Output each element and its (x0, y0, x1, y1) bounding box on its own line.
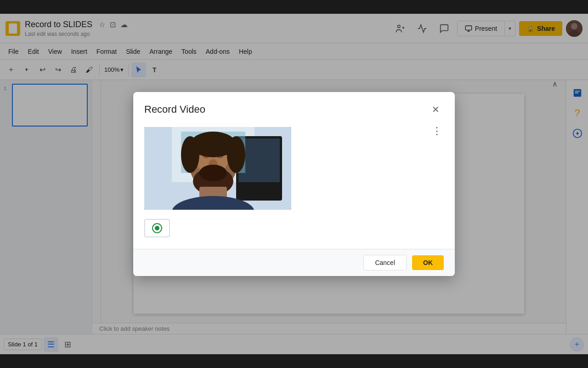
record-button[interactable] (144, 219, 170, 237)
app-window: Record to SLIDES ☆ ⊡ ☁ Last edit was sec… (0, 14, 588, 354)
black-bar-bottom (0, 354, 588, 368)
modal-overlay[interactable]: Record Video ✕ ⋮ (0, 14, 588, 354)
cancel-button[interactable]: Cancel (363, 255, 407, 270)
black-bar-top (0, 0, 588, 14)
video-preview (144, 127, 291, 210)
record-icon-inner (155, 226, 159, 230)
three-dots-menu[interactable]: ⋮ (430, 123, 444, 139)
record-video-modal: Record Video ✕ ⋮ (133, 92, 455, 276)
modal-title: Record Video (144, 104, 205, 115)
svg-point-28 (181, 136, 199, 173)
svg-point-29 (227, 136, 245, 173)
modal-footer: Cancel OK (133, 249, 455, 276)
modal-close-btn[interactable]: ✕ (427, 101, 444, 118)
camera-feed-svg (144, 127, 291, 210)
ok-button[interactable]: OK (412, 255, 444, 270)
modal-body: ⋮ (133, 123, 455, 249)
record-icon-outer (152, 223, 162, 233)
modal-header: Record Video ✕ (133, 92, 455, 123)
record-btn-area (144, 219, 444, 237)
svg-point-24 (199, 165, 227, 181)
